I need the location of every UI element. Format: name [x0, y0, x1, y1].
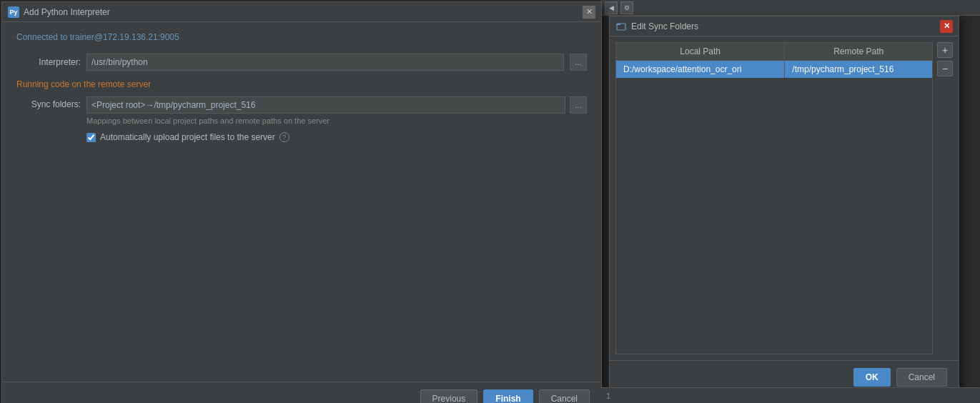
auto-upload-label: Automatically upload project files to th… [100, 132, 275, 142]
sync-table-row[interactable]: D:/workspace/attention_ocr_ori /tmp/pych… [616, 61, 932, 79]
sync-dialog-title: Edit Sync Folders [631, 21, 936, 31]
sync-table-area: Local Path Remote Path D:/workspace/atte… [610, 36, 959, 360]
interpreter-row: Interpreter: … [16, 54, 587, 71]
local-path-cell: D:/workspace/attention_ocr_ori [616, 61, 785, 79]
help-icon[interactable]: ? [279, 132, 289, 142]
previous-button[interactable]: Previous [420, 389, 478, 403]
statusbar-line-col: 1 [606, 392, 610, 400]
sync-table: Local Path Remote Path D:/workspace/atte… [616, 43, 932, 78]
running-code-label: Running code on the remote server [16, 79, 587, 89]
sync-dialog-close-button[interactable]: ✕ [940, 20, 953, 33]
main-dialog-footer: Previous Finish Cancel [2, 382, 601, 403]
sync-folders-browse-button[interactable]: … [570, 96, 587, 114]
statusbar: 1 [600, 387, 980, 403]
sync-ok-button[interactable]: OK [853, 368, 891, 387]
finish-button[interactable]: Finish [483, 389, 533, 403]
main-dialog-icon: Py [8, 6, 19, 18]
auto-upload-row: Automatically upload project files to th… [16, 132, 587, 142]
toolbar-back-btn[interactable]: ◀ [605, 1, 618, 14]
sync-folders-input[interactable] [86, 96, 565, 114]
interpreter-label: Interpreter: [16, 57, 81, 67]
bg-toolbar: ◀ ⚙ [600, 0, 980, 16]
main-dialog-titlebar: Py Add Python Interpreter ✕ [2, 2, 601, 22]
edit-sync-folders-dialog: Edit Sync Folders ✕ Local Path Remote Pa… [609, 16, 959, 394]
sync-dialog-titlebar: Edit Sync Folders ✕ [610, 16, 959, 36]
sync-folders-right: … Mappings between local project paths a… [86, 96, 587, 125]
sync-table-header-row: Local Path Remote Path [616, 43, 932, 61]
sync-table-wrapper: Local Path Remote Path D:/workspace/atte… [615, 42, 933, 354]
remote-path-cell: /tmp/pycharm_project_516 [785, 61, 932, 79]
sync-folders-row: Sync folders: … Mappings between local p… [16, 96, 587, 125]
main-dialog-close-button[interactable]: ✕ [583, 6, 595, 19]
toolbar-settings-btn[interactable]: ⚙ [620, 1, 633, 14]
remove-mapping-button[interactable]: − [937, 61, 953, 76]
connection-info: Connected to trainer@172.19.136.21:9005 [16, 32, 587, 42]
add-mapping-button[interactable]: + [937, 42, 953, 58]
add-python-interpreter-dialog: Py Add Python Interpreter ✕ Connected to… [1, 1, 602, 403]
sync-folders-label: Sync folders: [16, 96, 81, 109]
auto-upload-checkbox[interactable] [86, 133, 96, 142]
main-dialog-content: Connected to trainer@172.19.136.21:9005 … [2, 22, 601, 382]
col-remote-path: Remote Path [785, 43, 932, 61]
cancel-button[interactable]: Cancel [539, 389, 590, 403]
interpreter-browse-button[interactable]: … [570, 54, 587, 71]
sync-dialog-icon [615, 21, 627, 32]
col-local-path: Local Path [616, 43, 785, 61]
sync-field-row: … [86, 96, 587, 114]
main-dialog-title: Add Python Interpreter [24, 7, 578, 17]
sync-folders-hint: Mappings between local project paths and… [86, 116, 587, 125]
sync-side-buttons: + − [937, 42, 953, 354]
sync-cancel-button[interactable]: Cancel [896, 368, 947, 387]
interpreter-input[interactable] [86, 54, 564, 71]
svg-rect-1 [617, 24, 620, 25]
